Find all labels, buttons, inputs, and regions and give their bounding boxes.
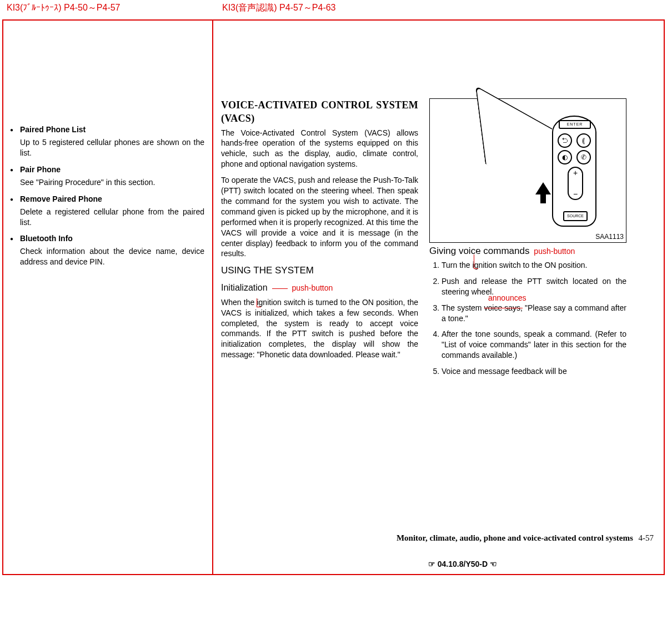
item-remove-paired-title: Remove Paired Phone <box>20 194 204 203</box>
item-bluetooth-info-body: Check information about the device name,… <box>20 246 204 267</box>
step-5: Voice and message feedback will be <box>442 366 626 377</box>
left-column: Paired Phone List Up to 5 registered cel… <box>3 21 213 574</box>
initialization-body: When the ignition switch is turned to th… <box>221 297 418 360</box>
right-area: VOICE-ACTIVATED CONTROL SYSTEM (VACS) Th… <box>213 21 664 574</box>
page-frame: Paired Phone List Up to 5 registered cel… <box>2 19 665 575</box>
enter-button-illustration: ENTER <box>559 120 591 129</box>
header-note-right: KI3(音声認識) P4-57～P4-63 <box>215 2 336 14</box>
header-note-left: KI3(ﾌﾞﾙｰﾄｩｰｽ) P4-50～P4-57 <box>4 2 215 14</box>
volume-rocker-illustration: +− <box>568 167 583 200</box>
item-paired-phone-list-body: Up to 5 registered cellular phones are s… <box>20 137 204 158</box>
giving-voice-commands-heading: Giving voice commands <box>429 246 529 256</box>
section-footer: Monitor, climate, audio, phone and voice… <box>397 533 654 543</box>
steering-control-illustration: ENTER ⮌ ⸨ ◐ ✆ +− SOURCE SAA1113 <box>429 98 626 243</box>
step-3: announces The system voice says, "Please… <box>442 303 626 324</box>
annotation-push-button-1: push-button <box>292 283 333 292</box>
footer-section-title: Monitor, climate, audio, phone and voice… <box>397 533 633 542</box>
annotation-announces: announces <box>488 293 526 303</box>
vacs-operate: To operate the VACS, push and release th… <box>221 175 418 259</box>
document-reference: ☞ 04.10.8/Y50-D ☜ <box>428 560 497 568</box>
step-4: After the tone sounds, speak a command. … <box>442 329 626 361</box>
initialization-heading: Initialization <box>221 282 268 294</box>
annotation-push-button-2: push-button <box>534 247 575 256</box>
vacs-column: VOICE-ACTIVATED CONTROL SYSTEM (VACS) Th… <box>221 98 418 382</box>
step-1: Turn the ignition switch to the ON posit… <box>442 260 626 271</box>
using-system-heading: USING THE SYSTEM <box>221 264 418 277</box>
footer-page-number: 4-57 <box>639 533 654 542</box>
image-code: SAA1113 <box>595 232 624 241</box>
annotation-line-icon <box>272 288 288 289</box>
strike-voice-says: voice says, <box>484 303 523 312</box>
item-pair-phone-body: See "Pairing Procedure" in this section. <box>20 177 204 188</box>
step-2: Push and release the PTT switch located … <box>442 276 626 297</box>
vacs-title: VOICE-ACTIVATED CONTROL SYSTEM (VACS) <box>221 98 418 126</box>
giving-commands-column: ENTER ⮌ ⸨ ◐ ✆ +− SOURCE SAA1113 <box>429 98 626 382</box>
item-pair-phone-title: Pair Phone <box>20 165 204 174</box>
phone-button-icon: ✆ <box>576 150 591 164</box>
voice-command-steps: Turn the ignition switch to the ON posit… <box>429 260 626 377</box>
source-button-illustration: SOURCE <box>563 211 588 221</box>
insertion-mark-icon <box>474 254 478 269</box>
pointer-arrow-stem <box>540 193 546 203</box>
voice-button-icon: ⸨ <box>576 133 591 148</box>
pointer-arrow-icon <box>535 182 551 194</box>
insertion-mark-icon <box>257 298 261 307</box>
back-button-icon: ⮌ <box>558 133 572 148</box>
item-bluetooth-info-title: Bluetooth Info <box>20 234 204 243</box>
mode-button-icon: ◐ <box>558 150 572 164</box>
item-paired-phone-list-title: Paired Phone List <box>20 125 204 134</box>
item-remove-paired-body: Delete a registered cellular phone from … <box>20 207 204 228</box>
vacs-intro: The Voice-Activated Control System (VACS… <box>221 128 418 170</box>
